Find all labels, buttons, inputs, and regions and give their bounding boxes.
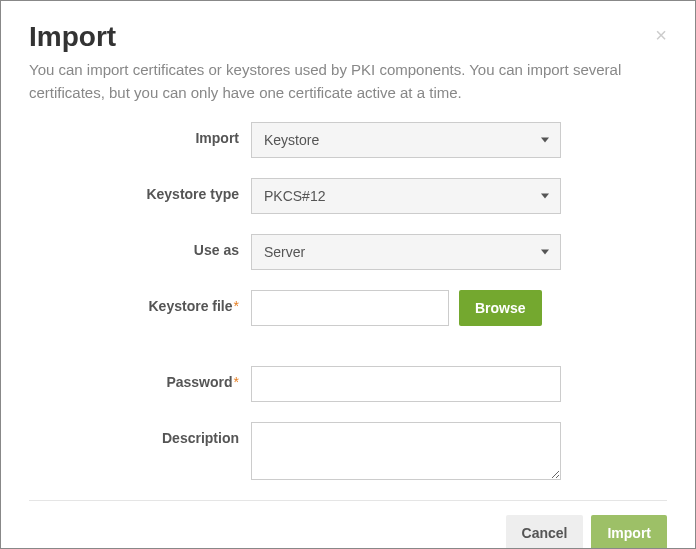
cancel-button[interactable]: Cancel bbox=[506, 515, 584, 549]
password-input[interactable] bbox=[251, 366, 561, 402]
modal-subtitle: You can import certificates or keystores… bbox=[29, 59, 667, 104]
row-description: Description bbox=[29, 422, 667, 480]
row-import: Import Keystore bbox=[29, 122, 667, 158]
use-as-select[interactable]: Server bbox=[251, 234, 561, 270]
row-use-as: Use as Server bbox=[29, 234, 667, 270]
label-use-as: Use as bbox=[29, 234, 251, 258]
row-keystore-type: Keystore type PKCS#12 bbox=[29, 178, 667, 214]
label-import: Import bbox=[29, 122, 251, 146]
browse-button[interactable]: Browse bbox=[459, 290, 542, 326]
row-password: Password* bbox=[29, 366, 667, 402]
use-as-value: Server bbox=[264, 244, 305, 260]
import-button[interactable]: Import bbox=[591, 515, 667, 549]
modal-footer: Cancel Import bbox=[29, 500, 667, 549]
close-icon[interactable]: × bbox=[655, 25, 667, 45]
description-textarea[interactable] bbox=[251, 422, 561, 480]
label-keystore-type: Keystore type bbox=[29, 178, 251, 202]
import-modal: × Import You can import certificates or … bbox=[1, 1, 695, 548]
row-keystore-file: Keystore file* Browse bbox=[29, 290, 667, 326]
import-select-value: Keystore bbox=[264, 132, 319, 148]
required-asterisk: * bbox=[234, 298, 239, 314]
modal-title: Import bbox=[29, 21, 667, 53]
import-select[interactable]: Keystore bbox=[251, 122, 561, 158]
modal-header: × Import You can import certificates or … bbox=[29, 21, 667, 122]
label-keystore-file: Keystore file* bbox=[29, 290, 251, 314]
label-password: Password* bbox=[29, 366, 251, 390]
label-description: Description bbox=[29, 422, 251, 446]
keystore-file-input[interactable] bbox=[251, 290, 449, 326]
required-asterisk: * bbox=[234, 374, 239, 390]
keystore-type-value: PKCS#12 bbox=[264, 188, 325, 204]
keystore-type-select[interactable]: PKCS#12 bbox=[251, 178, 561, 214]
import-form: Import Keystore Keystore type PKCS#12 Us… bbox=[29, 122, 667, 500]
